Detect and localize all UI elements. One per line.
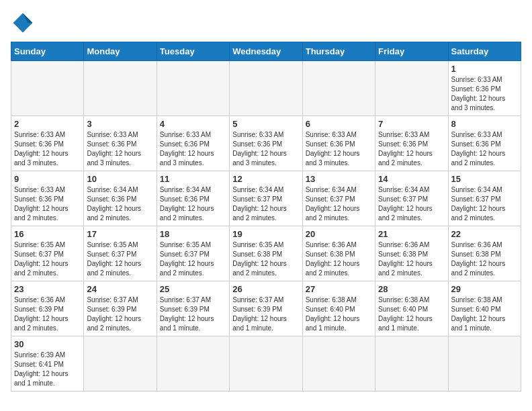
weekday-sunday: Sunday (11, 42, 84, 61)
day-info: Sunrise: 6:37 AMSunset: 6:39 PMDaylight:… (232, 295, 299, 333)
calendar-week-5: 30Sunrise: 6:39 AMSunset: 6:41 PMDayligh… (11, 336, 521, 392)
day-info: Sunrise: 6:36 AMSunset: 6:38 PMDaylight:… (306, 240, 372, 278)
day-info: Sunrise: 6:35 AMSunset: 6:37 PMDaylight:… (87, 240, 153, 278)
calendar-cell (84, 61, 157, 116)
day-info: Sunrise: 6:37 AMSunset: 6:39 PMDaylight:… (87, 295, 153, 333)
calendar-cell: 10Sunrise: 6:34 AMSunset: 6:36 PMDayligh… (84, 171, 157, 226)
calendar-cell (302, 336, 375, 392)
calendar-week-0: 1Sunrise: 6:33 AMSunset: 6:36 PMDaylight… (11, 61, 521, 116)
calendar-cell: 25Sunrise: 6:37 AMSunset: 6:39 PMDayligh… (157, 281, 229, 336)
calendar-cell: 3Sunrise: 6:33 AMSunset: 6:36 PMDaylight… (84, 116, 157, 171)
calendar-header: SundayMondayTuesdayWednesdayThursdayFrid… (11, 42, 521, 61)
day-number: 16 (14, 229, 81, 239)
weekday-header-row: SundayMondayTuesdayWednesdayThursdayFrid… (11, 42, 521, 61)
day-number: 13 (306, 174, 372, 184)
calendar-cell: 9Sunrise: 6:33 AMSunset: 6:36 PMDaylight… (11, 171, 84, 226)
calendar-cell (375, 336, 448, 392)
calendar-body: 1Sunrise: 6:33 AMSunset: 6:36 PMDaylight… (11, 61, 521, 392)
day-info: Sunrise: 6:36 AMSunset: 6:38 PMDaylight:… (451, 240, 518, 278)
calendar-cell: 23Sunrise: 6:36 AMSunset: 6:39 PMDayligh… (11, 281, 84, 336)
day-number: 27 (306, 284, 372, 294)
day-info: Sunrise: 6:33 AMSunset: 6:36 PMDaylight:… (378, 130, 445, 168)
calendar-cell: 18Sunrise: 6:35 AMSunset: 6:37 PMDayligh… (157, 226, 229, 281)
day-number: 5 (232, 119, 299, 129)
day-number: 30 (14, 339, 81, 349)
calendar-cell: 19Sunrise: 6:35 AMSunset: 6:38 PMDayligh… (230, 226, 302, 281)
calendar-cell (230, 61, 302, 116)
calendar-cell: 20Sunrise: 6:36 AMSunset: 6:38 PMDayligh… (302, 226, 375, 281)
day-info: Sunrise: 6:34 AMSunset: 6:37 PMDaylight:… (378, 185, 445, 223)
calendar-cell: 21Sunrise: 6:36 AMSunset: 6:38 PMDayligh… (375, 226, 448, 281)
calendar-cell: 22Sunrise: 6:36 AMSunset: 6:38 PMDayligh… (448, 226, 521, 281)
calendar-cell (448, 336, 521, 392)
day-number: 1 (451, 64, 518, 74)
day-info: Sunrise: 6:34 AMSunset: 6:37 PMDaylight:… (306, 185, 372, 223)
day-info: Sunrise: 6:33 AMSunset: 6:36 PMDaylight:… (306, 130, 372, 168)
day-number: 4 (160, 119, 226, 129)
calendar-week-1: 2Sunrise: 6:33 AMSunset: 6:36 PMDaylight… (11, 116, 521, 171)
weekday-tuesday: Tuesday (157, 42, 229, 61)
calendar-cell: 8Sunrise: 6:33 AMSunset: 6:36 PMDaylight… (448, 116, 521, 171)
calendar-cell: 13Sunrise: 6:34 AMSunset: 6:37 PMDayligh… (302, 171, 375, 226)
day-number: 11 (160, 174, 226, 184)
day-info: Sunrise: 6:33 AMSunset: 6:36 PMDaylight:… (87, 130, 153, 168)
day-number: 15 (451, 174, 518, 184)
day-info: Sunrise: 6:38 AMSunset: 6:40 PMDaylight:… (378, 295, 445, 333)
calendar-cell: 24Sunrise: 6:37 AMSunset: 6:39 PMDayligh… (84, 281, 157, 336)
day-info: Sunrise: 6:34 AMSunset: 6:36 PMDaylight:… (160, 185, 226, 223)
day-info: Sunrise: 6:36 AMSunset: 6:38 PMDaylight:… (378, 240, 445, 278)
day-info: Sunrise: 6:33 AMSunset: 6:36 PMDaylight:… (14, 130, 81, 168)
day-number: 24 (87, 284, 153, 294)
calendar-cell: 2Sunrise: 6:33 AMSunset: 6:36 PMDaylight… (11, 116, 84, 171)
weekday-wednesday: Wednesday (230, 42, 302, 61)
calendar-cell: 17Sunrise: 6:35 AMSunset: 6:37 PMDayligh… (84, 226, 157, 281)
calendar-cell (84, 336, 157, 392)
calendar-cell (375, 61, 448, 116)
day-info: Sunrise: 6:33 AMSunset: 6:36 PMDaylight:… (451, 130, 518, 168)
day-info: Sunrise: 6:39 AMSunset: 6:41 PMDaylight:… (14, 351, 81, 388)
weekday-saturday: Saturday (448, 42, 521, 61)
day-number: 22 (451, 229, 518, 239)
day-number: 17 (87, 229, 153, 239)
day-info: Sunrise: 6:37 AMSunset: 6:39 PMDaylight:… (160, 295, 226, 333)
calendar-cell: 5Sunrise: 6:33 AMSunset: 6:36 PMDaylight… (230, 116, 302, 171)
calendar-cell (11, 61, 84, 116)
day-info: Sunrise: 6:35 AMSunset: 6:38 PMDaylight:… (232, 240, 299, 278)
day-info: Sunrise: 6:33 AMSunset: 6:36 PMDaylight:… (14, 185, 81, 223)
calendar-cell: 4Sunrise: 6:33 AMSunset: 6:36 PMDaylight… (157, 116, 229, 171)
calendar-cell: 14Sunrise: 6:34 AMSunset: 6:37 PMDayligh… (375, 171, 448, 226)
weekday-thursday: Thursday (302, 42, 375, 61)
day-number: 19 (232, 229, 299, 239)
day-number: 23 (14, 284, 81, 294)
day-number: 20 (306, 229, 372, 239)
day-number: 18 (160, 229, 226, 239)
calendar-cell: 7Sunrise: 6:33 AMSunset: 6:36 PMDaylight… (375, 116, 448, 171)
calendar-cell (157, 61, 229, 116)
day-info: Sunrise: 6:34 AMSunset: 6:37 PMDaylight:… (451, 185, 518, 223)
weekday-monday: Monday (84, 42, 157, 61)
day-number: 2 (14, 119, 81, 129)
calendar-cell: 16Sunrise: 6:35 AMSunset: 6:37 PMDayligh… (11, 226, 84, 281)
calendar-cell: 29Sunrise: 6:38 AMSunset: 6:40 PMDayligh… (448, 281, 521, 336)
day-info: Sunrise: 6:35 AMSunset: 6:37 PMDaylight:… (14, 240, 81, 278)
day-info: Sunrise: 6:34 AMSunset: 6:36 PMDaylight:… (87, 185, 153, 223)
calendar-week-3: 16Sunrise: 6:35 AMSunset: 6:37 PMDayligh… (11, 226, 521, 281)
calendar-cell: 26Sunrise: 6:37 AMSunset: 6:39 PMDayligh… (230, 281, 302, 336)
day-number: 12 (232, 174, 299, 184)
day-number: 7 (378, 119, 445, 129)
calendar-week-2: 9Sunrise: 6:33 AMSunset: 6:36 PMDaylight… (11, 171, 521, 226)
day-info: Sunrise: 6:33 AMSunset: 6:36 PMDaylight:… (232, 130, 299, 168)
day-info: Sunrise: 6:38 AMSunset: 6:40 PMDaylight:… (451, 295, 518, 333)
day-number: 28 (378, 284, 445, 294)
day-number: 10 (87, 174, 153, 184)
day-number: 25 (160, 284, 226, 294)
calendar-cell: 27Sunrise: 6:38 AMSunset: 6:40 PMDayligh… (302, 281, 375, 336)
day-number: 6 (306, 119, 372, 129)
day-info: Sunrise: 6:38 AMSunset: 6:40 PMDaylight:… (306, 295, 372, 333)
logo (11, 11, 39, 35)
calendar-cell: 12Sunrise: 6:34 AMSunset: 6:37 PMDayligh… (230, 171, 302, 226)
day-number: 3 (87, 119, 153, 129)
calendar-cell: 15Sunrise: 6:34 AMSunset: 6:37 PMDayligh… (448, 171, 521, 226)
day-info: Sunrise: 6:33 AMSunset: 6:36 PMDaylight:… (451, 75, 518, 113)
day-info: Sunrise: 6:33 AMSunset: 6:36 PMDaylight:… (160, 130, 226, 168)
